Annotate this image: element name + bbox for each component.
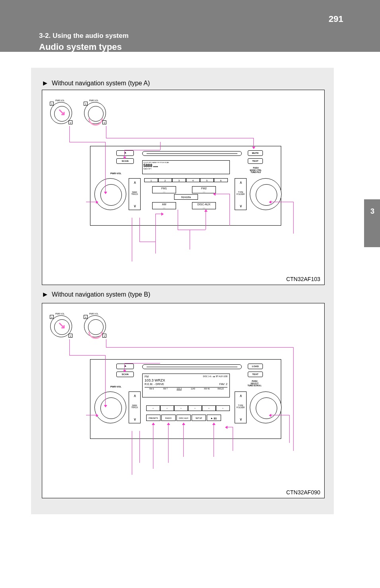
callout-line [124,363,125,372]
callout-line [269,202,293,202]
callout-line [69,142,105,142]
callout-line [124,150,125,159]
callout-line [178,210,178,230]
presets-button[interactable]: PRESETS [146,415,161,421]
callout-line [155,214,156,254]
scan-button[interactable]: SCAN [116,372,134,377]
preset-dot-6[interactable]: ◦ [216,405,230,411]
callout-line [190,230,190,250]
callout-line [289,415,290,443]
text-button[interactable]: TEXT [248,372,263,377]
chevron-down-icon: ∨ [235,417,246,421]
play-pause-button[interactable]: ▶ ❚❚ [207,415,221,421]
lcd-display-b: FM DISC 1-6 ♪ ⏏ BT AUX USB 103.3 WRZX R.… [142,374,230,397]
pwr-vol-knob[interactable] [94,178,126,210]
press-arrow-icon: ↘ [58,320,66,331]
eject-button[interactable]: ≜ [116,364,134,369]
preset-row-a: 1 2 3 4 5 6 [144,178,228,182]
preset-dot-4[interactable]: ◦ [188,405,202,411]
preset-dot-1[interactable]: ◦ [146,405,160,411]
am-button[interactable]: AM:::::: [152,202,176,209]
radio-faceplate: ≜ SCAN MUTE TEXT PWR·VOL PUSH MODE CTRL … [90,146,281,226]
preset-6[interactable]: 6 [214,178,228,182]
type-folder-rocker[interactable]: ∧ TYPEFOLDER ∨ [235,391,247,423]
fm1-button[interactable]: FM1:::::: [152,186,176,193]
preset-dot-3[interactable]: ◦ [174,405,188,411]
preset-dot-5[interactable]: ◦ [202,405,216,411]
callout-line [168,423,168,463]
scan-button[interactable]: SCAN [116,158,134,164]
eject-button[interactable]: ≜ [116,150,134,156]
callout-line [69,126,70,142]
radio-unit-b: ≜ SCAN LOAD TEXT PWR·VOL PUSH SELECT TUN… [90,359,281,443]
preset-2[interactable]: 2 [158,178,172,182]
load-button[interactable]: LOAD [248,364,263,369]
chapter-label: 3-2. Using the audio system [39,32,129,40]
tune-file-label: PUSH MODE CTRL TUNE·FILE [250,167,262,174]
side-tab-number: 3 [370,207,374,216]
pwr-vol-knob[interactable] [94,391,126,423]
side-tab-text: Interior features [370,255,376,291]
callout-line [214,423,214,457]
preset-dot-row: ◦ ◦ ◦ ◦ ◦ ◦ [146,405,230,411]
mute-button[interactable]: MUTE [248,150,263,156]
callout-line [106,347,293,348]
preset-5[interactable]: 5 [200,178,214,182]
chevron-down-icon: ∨ [129,204,140,208]
text-button[interactable]: TEXT [248,158,263,164]
callout-line [293,347,294,451]
chevron-up-icon: ∧ [129,180,140,185]
radio-button[interactable]: RADIO [161,415,176,421]
toyota-badge: TOYOTA [174,194,198,200]
chevron-up-icon: ∧ [235,393,246,398]
chevron-up-icon: ∧ [235,180,246,185]
turn-arrow-icon [88,332,103,339]
callout-line [132,218,132,262]
setup-button[interactable]: SETUP [192,415,206,421]
seek-track-rocker[interactable]: ∧ SEEKTRACK ∨ [129,178,141,210]
callout-line [124,363,160,364]
callout-line [233,427,233,451]
mini-knob-press-icon: PWR·VOL ∧ ∨ ↘ [50,102,72,124]
callout-line [106,339,106,347]
lcd-preset-bar: XM 6 XM 7 103.3 1140 XM 46 XM123 [145,387,227,390]
callout-line [106,138,253,138]
preset-1[interactable]: 1 [144,178,158,182]
figure-type-b: CTN32AF090 PWR·VOL ∧ ∨ ↘ PWR·VOL ∧ ∨ ≜ S… [42,303,325,498]
disc-aux-button[interactable]: DISC·AUX:::::: [192,202,216,209]
callout-line [178,230,206,230]
pwr-vol-label: PWR·VOL [110,385,121,388]
caption-type-a: Without navigation system (type A) [52,80,150,87]
callout-line [155,214,163,214]
callout-line [139,242,155,242]
disc-aux-button[interactable]: DISC·AUX [176,415,191,421]
radio-faceplate: ≜ SCAN LOAD TEXT PWR·VOL PUSH SELECT TUN… [90,359,281,439]
callout-line [69,355,105,356]
callout-line [139,431,140,463]
mini-knob-icons: PWR·VOL ∧ ∨ ↘ PWR·VOL ∧ ∨ [50,315,106,337]
mini-knob-press-icon: PWR·VOL ∧ ∨ ↘ [50,315,72,337]
callout-line [253,138,254,149]
tune-file-knob[interactable] [250,178,282,210]
figure-code-a: CTN32AF103 [286,276,320,282]
preset-4[interactable]: 4 [186,178,200,182]
tune-scroll-knob[interactable] [250,391,282,423]
chevron-down-icon: ∨ [129,417,140,421]
page-number: 291 [329,14,343,24]
callout-line [132,431,132,475]
seek-track-rocker[interactable]: ∧ SEEKTRACK ∨ [129,391,141,423]
caption-type-b: Without navigation system (type B) [52,291,150,298]
preset-3[interactable]: 3 [172,178,186,182]
preset-dot-2[interactable]: ◦ [160,405,174,411]
bottom-button-row: PRESETS RADIO DISC·AUX SETUP ▶ ❚❚ [146,415,221,421]
bullet-icon: ▶ [43,80,47,86]
callout-line [269,415,289,415]
fm2-button[interactable]: FM2:::::: [192,186,216,193]
type-folder-rocker[interactable]: ∧ TYPEFOLDER ∨ [235,178,247,210]
callout-line [69,339,70,355]
callout-line [206,210,206,230]
callout-line [183,423,184,457]
callout-line [229,194,230,226]
chevron-down-icon: ∨ [235,204,246,208]
callout-line [86,415,98,415]
